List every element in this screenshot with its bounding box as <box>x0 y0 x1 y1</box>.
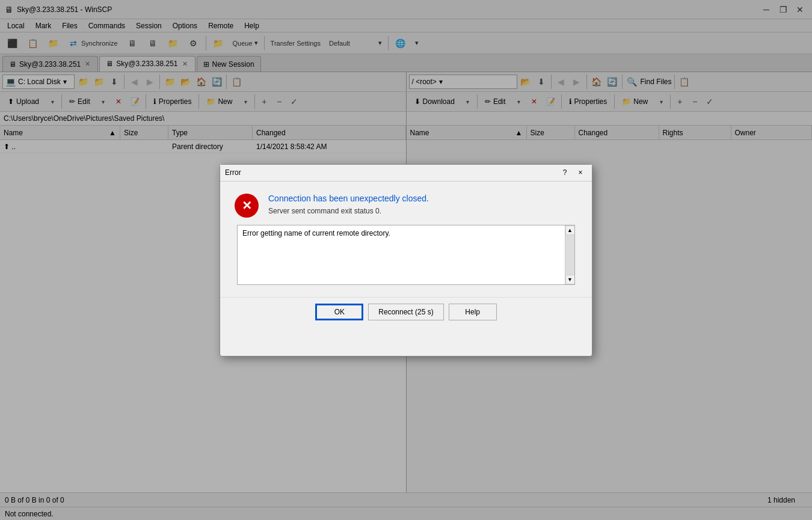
error-x-icon: ✕ <box>242 198 252 213</box>
error-dialog: Error ? × ✕ Connection has been unexp <box>220 164 592 356</box>
ok-button[interactable]: OK <box>315 304 363 320</box>
scrollbar-up-arrow[interactable]: ▲ <box>565 225 575 235</box>
error-circle: ✕ <box>235 194 259 218</box>
error-detail-box: Error getting name of current remote dir… <box>237 225 575 285</box>
error-scrollbar[interactable]: ▲ ▼ <box>565 225 574 284</box>
scrollbar-thumb <box>565 235 575 275</box>
error-messages: Connection has been unexpectedly closed.… <box>268 194 429 215</box>
dialog-footer: OK Reconnect (25 s) Help <box>220 297 592 326</box>
scrollbar-down-arrow[interactable]: ▼ <box>565 275 575 284</box>
dialog-titlebar: Error ? × <box>220 165 592 182</box>
help-button[interactable]: Help <box>449 304 497 320</box>
error-detail-content: Error getting name of current remote dir… <box>238 225 574 241</box>
error-row: ✕ Connection has been unexpectedly close… <box>235 194 577 218</box>
reconnect-button[interactable]: Reconnect (25 s) <box>368 304 443 320</box>
error-icon: ✕ <box>235 194 259 218</box>
dialog-help-btn[interactable]: ? <box>558 167 571 179</box>
app-window: 🖥 Sky@3.233.38.251 - WinSCP ─ ❐ ✕ Local … <box>0 0 812 520</box>
error-sub-text: Server sent command exit status 0. <box>268 207 429 215</box>
dialog-controls: ? × <box>558 167 587 179</box>
modal-overlay: Error ? × ✕ Connection has been unexp <box>0 0 812 520</box>
dialog-body: ✕ Connection has been unexpectedly close… <box>220 182 592 297</box>
error-main-text: Connection has been unexpectedly closed. <box>268 194 429 203</box>
error-detail-text: Error getting name of current remote dir… <box>242 229 390 237</box>
dialog-close-btn[interactable]: × <box>574 167 587 179</box>
dialog-title: Error <box>225 168 241 177</box>
